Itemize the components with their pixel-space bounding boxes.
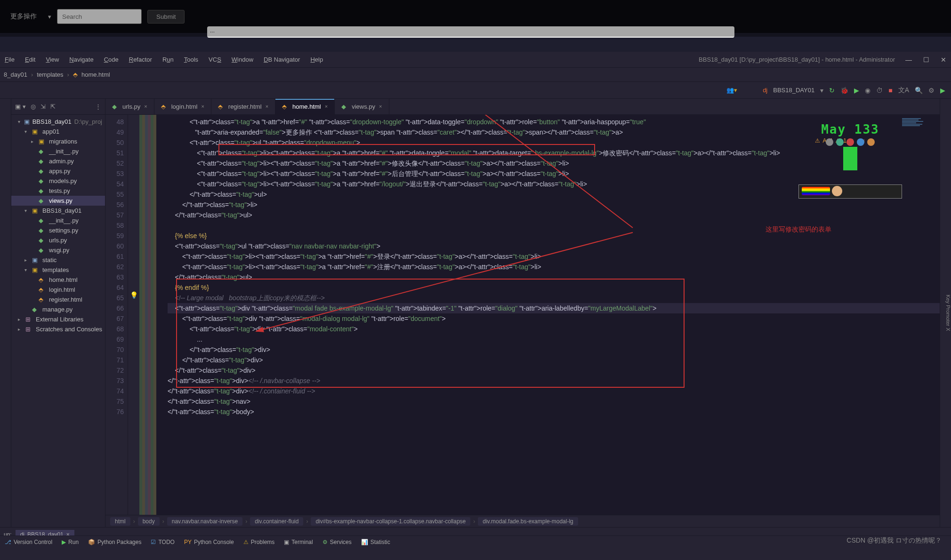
structure-segment[interactable]: div#bs-example-navbar-collapse-1.collaps… xyxy=(311,517,470,526)
target-icon[interactable]: ◎ xyxy=(31,103,36,110)
close-tab-icon[interactable]: × xyxy=(266,104,268,109)
close-tab-icon[interactable]: × xyxy=(325,104,328,109)
menu-dbnav[interactable]: DB Navigator xyxy=(264,56,300,63)
widget-board xyxy=(798,184,902,199)
refresh-icon[interactable]: ↻ xyxy=(829,87,835,94)
menu-code[interactable]: Code xyxy=(104,56,119,63)
search-input[interactable] xyxy=(57,9,142,24)
widget-mini-icon xyxy=(846,138,854,146)
close-tab-icon[interactable]: × xyxy=(201,104,204,109)
tree-item[interactable]: ◆tests.py xyxy=(11,186,105,196)
menu-file[interactable]: File xyxy=(5,56,15,63)
editor-tab[interactable]: ◆urls.py× xyxy=(105,99,154,114)
breadcrumb-file[interactable]: home.html xyxy=(81,71,110,78)
run-config-selector[interactable]: BBS18_DAY01 xyxy=(773,87,814,94)
gear-icon[interactable]: ⚙ xyxy=(928,87,935,94)
collapse-icon[interactable]: ⇲ xyxy=(40,103,46,110)
tree-item[interactable]: ▸⊞Scratches and Consoles xyxy=(11,324,105,334)
structure-breadcrumb: html›body›nav.navbar.navbar-inverse›div.… xyxy=(105,515,940,527)
coverage-icon[interactable]: ◉ xyxy=(865,87,870,94)
tree-item[interactable]: ◆__init__.py xyxy=(11,216,105,225)
blank-popup: ... xyxy=(207,26,734,38)
play-icon[interactable]: ▶ xyxy=(940,87,945,94)
structure-segment[interactable]: body xyxy=(138,517,160,526)
menu-navigate[interactable]: Navigate xyxy=(69,56,93,63)
editor-tab[interactable]: ⬘login.html× xyxy=(154,99,211,114)
run-tool[interactable]: ▶Run xyxy=(62,539,79,545)
tree-item[interactable]: ◆models.py xyxy=(11,176,105,186)
right-tool-strip: Key Promoter XaiXcoderDatabaseJson Parse… xyxy=(940,99,951,527)
structure-segment[interactable]: nav.navbar.navbar-inverse xyxy=(167,517,243,526)
close-tab-icon[interactable]: × xyxy=(144,104,147,109)
editor-tab[interactable]: ⬘register.html× xyxy=(211,99,275,114)
django-icon: dj xyxy=(763,87,767,94)
tree-item[interactable]: ⬘login.html xyxy=(11,285,105,295)
code-with-me-icon[interactable]: 👥▾ xyxy=(726,87,737,94)
menu-tools[interactable]: Tools xyxy=(184,56,198,63)
widget-mini-icon xyxy=(836,138,844,146)
maximize-icon[interactable]: ☐ xyxy=(923,56,929,64)
html-icon: ⬘ xyxy=(73,71,78,78)
close-tab-icon[interactable]: × xyxy=(379,104,382,109)
tree-item[interactable]: ⬘home.html xyxy=(11,275,105,285)
close-icon[interactable]: ✕ xyxy=(941,56,946,64)
statistic-tool[interactable]: 📊Statistic xyxy=(361,539,390,545)
tree-item[interactable]: ▾▣BBS18_day01 xyxy=(11,206,105,216)
tree-root[interactable]: ▾▣BBS18_day01 D:\py_proj xyxy=(11,117,105,127)
structure-segment[interactable]: html xyxy=(110,517,130,526)
tree-item[interactable]: ▸▣migrations xyxy=(11,136,105,146)
minimize-icon[interactable]: ― xyxy=(905,56,912,64)
editor-tab[interactable]: ◆views.py× xyxy=(335,99,389,114)
intention-bulb-icon[interactable]: 💡 xyxy=(130,290,138,300)
profile-icon[interactable]: ⏱ xyxy=(876,87,883,94)
search-icon[interactable]: 🔍 xyxy=(915,87,923,94)
tree-item[interactable]: ◆manage.py xyxy=(11,304,105,314)
tree-item[interactable]: ◆admin.py xyxy=(11,156,105,166)
terminal-tool[interactable]: ▣Terminal xyxy=(284,539,313,545)
project-tree: ▣ ▾ ◎ ⇲ ⇱ ⋮ ▾▣BBS18_day01 D:\py_proj▾▣ap… xyxy=(11,99,105,527)
todo-tool[interactable]: ☑TODO xyxy=(151,539,174,545)
translate-icon[interactable]: 文A xyxy=(898,86,909,95)
expand-icon[interactable]: ⇱ xyxy=(50,103,56,110)
breadcrumb-project[interactable]: 8_day01 xyxy=(4,71,27,78)
menu-window[interactable]: Window xyxy=(232,56,253,63)
stop-icon[interactable]: ■ xyxy=(888,87,892,94)
structure-segment[interactable]: div.modal.fade.bs-example-modal-lg xyxy=(478,517,578,526)
tree-item[interactable]: ▸⊞External Libraries xyxy=(11,314,105,324)
more-icon[interactable]: ⋮ xyxy=(95,103,101,110)
menu-help[interactable]: Help xyxy=(310,56,323,63)
tree-item[interactable]: ⬘register.html xyxy=(11,295,105,304)
editor-tab[interactable]: ⬘home.html× xyxy=(275,99,335,114)
version-control-tool[interactable]: ⎇Version Control xyxy=(5,539,52,545)
ide-window: File Edit View Navigate Code Refactor Ru… xyxy=(0,52,951,560)
submit-button[interactable]: Submit xyxy=(147,10,185,24)
tree-item[interactable]: ◆__init__.py xyxy=(11,146,105,156)
menu-view[interactable]: View xyxy=(46,56,59,63)
problems-tool[interactable]: ⚠Problems xyxy=(243,539,275,545)
menu-edit[interactable]: Edit xyxy=(25,56,35,63)
menu-vcs[interactable]: VCS xyxy=(209,56,221,63)
services-tool[interactable]: ⚙Services xyxy=(322,539,352,545)
tree-item[interactable]: ▸▣static xyxy=(11,255,105,265)
tree-item[interactable]: ◆settings.py xyxy=(11,225,105,235)
right-tool-button[interactable]: Key Promoter X xyxy=(945,295,951,331)
tree-item[interactable]: ▾▣app01 xyxy=(11,127,105,136)
dropdown-icon[interactable]: ▾ xyxy=(820,87,823,94)
tree-item[interactable]: ▾▣templates xyxy=(11,265,105,275)
tree-item[interactable]: ◆apps.py xyxy=(11,166,105,176)
tree-item[interactable]: ◆views.py xyxy=(11,196,105,206)
menu-run[interactable]: Run xyxy=(162,56,174,63)
tree-item[interactable]: ◆urls.py xyxy=(11,235,105,245)
bug-icon[interactable]: 🐞 xyxy=(840,87,848,94)
minimap[interactable] xyxy=(902,118,926,306)
project-dropdown-icon[interactable]: ▣ ▾ xyxy=(15,103,26,110)
more-actions-dropdown[interactable]: 更多操作 xyxy=(5,9,42,24)
structure-segment[interactable]: div.container-fluid xyxy=(250,517,303,526)
run-icon[interactable]: ▶ xyxy=(854,87,859,94)
widget-date: May 133 xyxy=(798,122,902,136)
breadcrumb-folder[interactable]: templates xyxy=(37,71,63,78)
tree-item[interactable]: ◆wsgi.py xyxy=(11,245,105,255)
python-packages-tool[interactable]: 📦Python Packages xyxy=(88,539,141,545)
menu-refactor[interactable]: Refactor xyxy=(129,56,152,63)
python-console-tool[interactable]: PYPython Console xyxy=(184,539,234,545)
